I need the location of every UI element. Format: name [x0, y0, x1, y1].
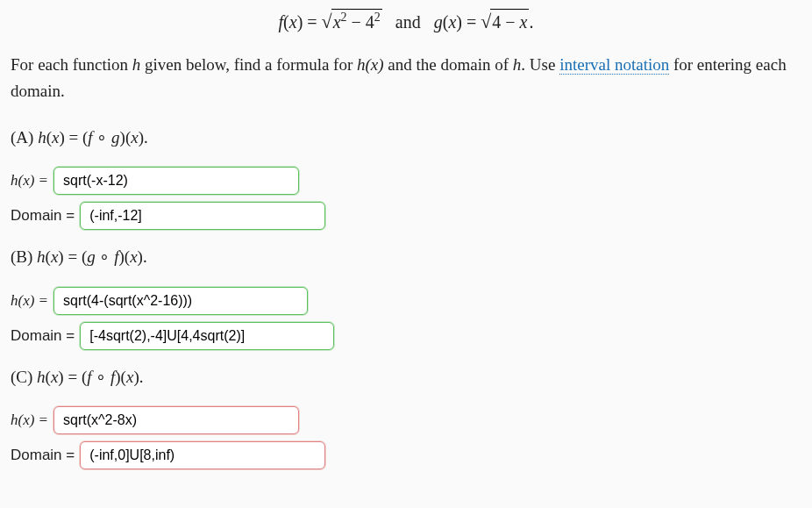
part-a: (A) h(x) = (f ∘ g)(x). h(x) = Domain =	[11, 126, 801, 231]
part-b-label: (B) h(x) = (g ∘ f)(x).	[11, 246, 801, 269]
instr-pre: For each function	[11, 55, 132, 74]
part-b: (B) h(x) = (g ∘ f)(x). h(x) = Domain =	[11, 246, 801, 350]
instr-h2: h	[513, 55, 522, 74]
part-c-hx-label: h(x) =	[11, 410, 48, 431]
part-c: (C) h(x) = (f ∘ f)(x). h(x) = Domain =	[11, 366, 801, 470]
part-b-hx-label: h(x) =	[11, 290, 48, 311]
part-c-domain-label: Domain =	[11, 445, 75, 466]
part-b-hx-input[interactable]	[53, 287, 308, 315]
instr-mid2: and the domain of	[384, 55, 513, 74]
instr-hx: h(x)	[357, 55, 384, 74]
instr-h: h	[132, 55, 141, 74]
interval-notation-link[interactable]: interval notation	[559, 55, 669, 75]
part-b-domain-input[interactable]	[80, 322, 334, 350]
part-a-hx-input[interactable]	[53, 167, 299, 195]
problem-formula: f(x) = x2 − 42 and g(x) = 4 − x.	[11, 9, 801, 36]
part-b-domain-label: Domain =	[11, 326, 75, 347]
instr-mid1: given below, find a formula for	[140, 55, 357, 74]
part-c-hx-input[interactable]	[53, 406, 299, 434]
part-a-hx-label: h(x) =	[11, 170, 48, 191]
part-a-label: (A) h(x) = (f ∘ g)(x).	[11, 126, 801, 150]
part-a-domain-input[interactable]	[80, 202, 325, 230]
instr-mid3: . Use	[521, 55, 559, 74]
part-c-label: (C) h(x) = (f ∘ f)(x).	[11, 366, 801, 390]
part-a-domain-label: Domain =	[11, 205, 75, 226]
instructions-text: For each function h given below, find a …	[11, 52, 801, 105]
part-c-domain-input[interactable]	[80, 441, 325, 469]
